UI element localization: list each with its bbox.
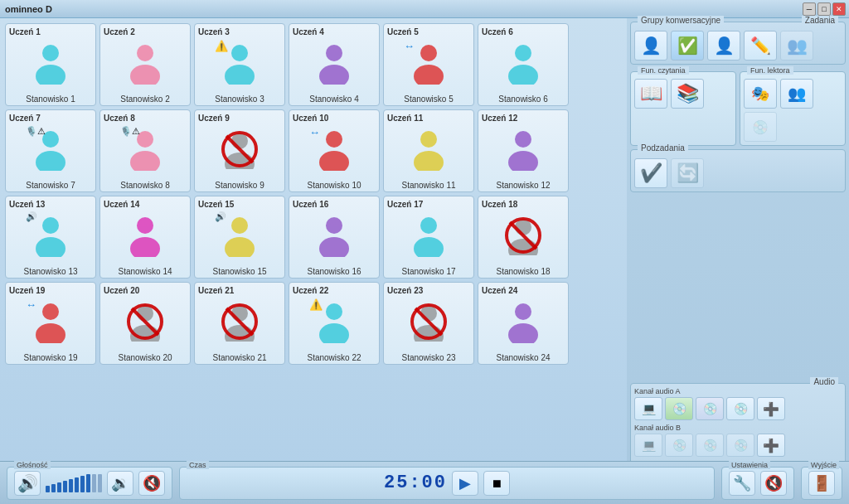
kanal-b-icons: 💻 💿 💿 💿 ➕ (634, 434, 842, 457)
student-name-17: Uczeń 17 (386, 200, 423, 209)
svg-point-51 (319, 323, 349, 343)
podzadania-icons: ✔️ 🔄 (634, 158, 842, 188)
station-label-15: Stanowisko 15 (212, 267, 266, 276)
kanal-a-cd1[interactable]: 💿 (665, 397, 693, 420)
student-card-4[interactable]: Uczeń 4 Stanowisko 4 (289, 23, 380, 106)
station-label-22: Stanowisko 22 (307, 353, 361, 362)
task-edit-icon[interactable]: ✏️ (744, 31, 777, 61)
student-icon-24 (497, 297, 550, 346)
student-card-3[interactable]: Uczeń 3 ⚠️ Stanowisko 3 (194, 23, 285, 106)
student-icon-11 (402, 124, 455, 174)
student-card-15[interactable]: Uczeń 15 🔊 Stanowisko 15 (194, 196, 285, 279)
volume-mid-button[interactable]: 🔉 (107, 471, 133, 496)
svg-point-56 (515, 303, 531, 320)
stop-button[interactable]: ⏹ (483, 471, 510, 496)
wyjscie-section: Wyjście 🚪 (801, 467, 842, 500)
settings-mute-button[interactable]: 🔇 (760, 471, 787, 496)
student-card-5[interactable]: Uczeń 5 ↔ Stanowisko 5 (383, 23, 474, 106)
lector2-icon[interactable]: 👥 (780, 79, 813, 109)
student-card-22[interactable]: Uczeń 22 ⚠️ Stanowisko 22 (289, 282, 380, 365)
station-label-16: Stanowisko 16 (307, 267, 361, 276)
svg-line-45 (132, 308, 158, 335)
group-person2-icon[interactable]: 👤 (707, 31, 740, 61)
student-icon-4 (308, 38, 361, 88)
student-name-11: Uczeń 11 (386, 114, 423, 123)
svg-point-35 (414, 237, 444, 257)
student-card-23[interactable]: Uczeń 23 Stanowisko 23 (383, 282, 474, 365)
station-label-14: Stanowisko 14 (118, 267, 172, 276)
kanal-b-cd3[interactable]: 💿 (726, 434, 754, 457)
station-label-8: Stanowisko 8 (120, 181, 169, 190)
student-icon-3: ⚠️ (213, 38, 266, 88)
student-name-4: Uczeń 4 (291, 27, 324, 36)
student-card-17[interactable]: Uczeń 17 Stanowisko 17 (383, 196, 474, 279)
kanal-a-cd2[interactable]: 💿 (696, 397, 724, 420)
student-card-6[interactable]: Uczeń 6 Stanowisko 6 (478, 23, 569, 106)
svg-point-41 (36, 323, 65, 343)
arrow-badge: ↔ (404, 40, 415, 52)
station-label-3: Stanowisko 3 (215, 94, 264, 104)
grupy-zadania-icons: 👤 ✅ 👤 ✏️ 👥 (634, 31, 842, 61)
svg-point-33 (319, 237, 349, 257)
station-label-6: Stanowisko 6 (498, 94, 547, 104)
student-card-20[interactable]: Uczeń 20 Stanowisko 20 (99, 282, 191, 365)
student-card-19[interactable]: Uczeń 19 ↔ Stanowisko 19 (5, 282, 96, 365)
student-card-16[interactable]: Uczeń 16 Stanowisko 16 (289, 196, 380, 279)
group-person-icon[interactable]: 👤 (634, 31, 667, 61)
student-card-8[interactable]: Uczeń 8 🎙️⚠ Stanowisko 8 (99, 109, 191, 192)
station-label-10: Stanowisko 10 (307, 181, 361, 190)
student-card-13[interactable]: Uczeń 13 🔊 Stanowisko 13 (5, 196, 96, 279)
svg-point-7 (319, 65, 349, 85)
student-card-12[interactable]: Uczeń 12 Stanowisko 12 (478, 109, 569, 192)
play-button[interactable]: ▶ (452, 471, 478, 496)
settings-button[interactable]: 🔧 (729, 471, 755, 496)
podzad-check-icon[interactable]: ✔️ (634, 158, 667, 188)
vol-seg-1 (46, 486, 50, 492)
kanal-b-add[interactable]: ➕ (757, 434, 785, 457)
student-card-2[interactable]: Uczeń 2 Stanowisko 2 (99, 23, 191, 106)
student-row-1: Uczeń 1 Stanowisko 1 Uczeń 2 Stanowisko … (5, 23, 622, 106)
minimize-button[interactable]: ─ (803, 2, 816, 16)
podzadania-label: Podzadania (638, 143, 688, 153)
maximize-button[interactable]: □ (817, 2, 831, 16)
student-card-7[interactable]: Uczeń 7 🎙️⚠ Stanowisko 7 (5, 109, 96, 192)
student-name-23: Uczeń 23 (386, 286, 423, 295)
station-label-11: Stanowisko 11 (401, 181, 455, 190)
kanal-a-laptop[interactable]: 💻 (634, 397, 662, 420)
mic-badge: 🎙️⚠ (120, 126, 140, 137)
student-card-14[interactable]: Uczeń 14 Stanowisko 14 (99, 196, 191, 279)
wyjscie-label: Wyjście (808, 461, 839, 469)
student-card-1[interactable]: Uczeń 1 Stanowisko 1 (5, 23, 96, 106)
close-button[interactable]: ✕ (832, 2, 846, 16)
volume-mute-button[interactable]: 🔇 (138, 471, 165, 496)
kanal-b-cd2[interactable]: 💿 (696, 434, 724, 457)
student-name-5: Uczeń 5 (386, 27, 419, 36)
kanal-b-cd1[interactable]: 💿 (665, 434, 693, 457)
station-label-18: Stanowisko 18 (496, 267, 550, 276)
lector-cd-icon: 💿 (744, 112, 777, 142)
svg-line-49 (226, 308, 253, 335)
student-name-21: Uczeń 21 (196, 286, 234, 295)
arrow-badge: ↔ (309, 126, 320, 138)
exit-button[interactable]: 🚪 (808, 471, 835, 496)
group-check-icon[interactable]: ✅ (671, 31, 704, 61)
student-card-21[interactable]: Uczeń 21 Stanowisko 21 (194, 282, 285, 365)
volume-icon-button[interactable]: 🔊 (14, 471, 41, 496)
vol-seg-10 (98, 474, 102, 492)
kanal-a-cd3[interactable]: 💿 (726, 397, 754, 420)
student-card-10[interactable]: Uczeń 10 ↔ Stanowisko 10 (289, 109, 380, 192)
station-label-7: Stanowisko 7 (26, 181, 75, 190)
ustawienia-label: Ustawienia (729, 461, 770, 469)
student-card-11[interactable]: Uczeń 11 Stanowisko 11 (383, 109, 474, 192)
kanal-a-add[interactable]: ➕ (757, 397, 785, 420)
czas-label: Czas (187, 461, 209, 469)
lector1-icon[interactable]: 🎭 (744, 79, 777, 109)
kanal-b-laptop[interactable]: 💻 (634, 434, 662, 457)
student-card-9[interactable]: Uczeń 9 Stanowisko 9 (194, 109, 285, 192)
book2-icon[interactable]: 📚 (671, 79, 704, 109)
student-card-18[interactable]: Uczeń 18 Stanowisko 18 (478, 196, 569, 279)
svg-point-0 (42, 45, 59, 61)
book1-icon[interactable]: 📖 (634, 79, 667, 109)
student-card-24[interactable]: Uczeń 24 Stanowisko 24 (478, 282, 569, 365)
student-icon-18 (497, 211, 550, 260)
